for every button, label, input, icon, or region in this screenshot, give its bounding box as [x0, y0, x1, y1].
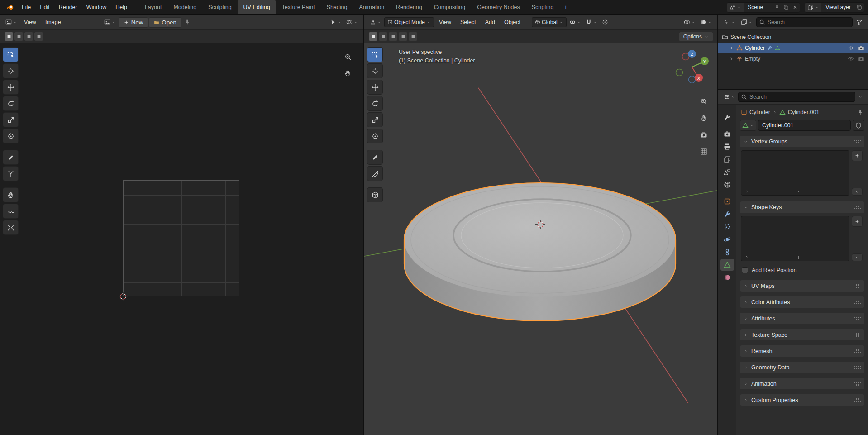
list-filter-expand-icon[interactable]	[744, 189, 749, 194]
vertex-groups-panel-header[interactable]: Vertex Groups	[740, 136, 864, 147]
tool-annotate[interactable]	[367, 150, 382, 164]
properties-tab-constraints[interactable]	[720, 246, 734, 258]
camera-view-icon[interactable]	[700, 131, 707, 139]
shape-key-specials-menu[interactable]	[852, 253, 863, 261]
delete-scene-icon[interactable]	[791, 3, 800, 12]
properties-tab-physics[interactable]	[720, 234, 734, 245]
outliner-display-mode-button[interactable]	[739, 18, 754, 27]
uv-2d-cursor[interactable]	[119, 292, 128, 301]
properties-tab-particles[interactable]	[720, 221, 734, 233]
expand-icon[interactable]	[729, 45, 734, 51]
panel-grip[interactable]	[853, 382, 861, 386]
viewport-overlays-dropdown[interactable]	[682, 18, 697, 27]
options-dropdown[interactable]: Options	[679, 32, 713, 41]
panel-grip[interactable]	[853, 349, 861, 353]
pan-icon[interactable]	[700, 115, 707, 122]
panel-grip[interactable]	[853, 139, 861, 143]
tool-transform[interactable]	[3, 129, 18, 143]
properties-tab-data[interactable]	[720, 259, 734, 271]
properties-tab-world[interactable]	[720, 179, 734, 191]
panel-grip[interactable]	[853, 398, 861, 402]
disable-render-icon[interactable]	[858, 45, 864, 51]
breadcrumb-data[interactable]: Cylinder.001	[788, 109, 820, 115]
menu-window[interactable]: Window	[82, 0, 111, 14]
tool-scale[interactable]	[367, 113, 382, 127]
panel-grip[interactable]	[853, 300, 861, 304]
tab-modeling[interactable]: Modeling	[167, 0, 202, 14]
tool-grab[interactable]	[3, 188, 18, 202]
tab-rendering[interactable]: Rendering	[390, 0, 428, 14]
fake-user-shield-button[interactable]	[853, 120, 864, 131]
tab-scripting[interactable]: Scripting	[526, 0, 560, 14]
list-filter-expand-icon[interactable]	[744, 255, 749, 259]
vertex-group-specials-menu[interactable]	[852, 188, 863, 196]
outliner-row-empty[interactable]: Empty	[718, 53, 868, 64]
tab-uv-editing[interactable]: UV Editing	[238, 0, 276, 14]
vp-menu-object[interactable]: Object	[500, 15, 525, 29]
vp-select-mode-invert[interactable]	[399, 32, 407, 41]
uv-select-mode-subtract[interactable]	[24, 32, 33, 41]
transform-orientation-dropdown[interactable]: Global	[532, 17, 567, 27]
properties-tab-tool[interactable]	[720, 111, 734, 123]
uv-menu-image[interactable]: Image	[41, 15, 65, 29]
tool-relax[interactable]	[3, 204, 18, 218]
uv-overlays-dropdown[interactable]	[344, 18, 360, 27]
tool-transform[interactable]	[367, 129, 382, 143]
properties-editor-type-button[interactable]	[722, 92, 737, 101]
new-view-layer-icon[interactable]	[855, 3, 864, 12]
vp-menu-add[interactable]: Add	[481, 15, 499, 29]
menu-file[interactable]: File	[17, 0, 35, 14]
add-vertex-group-button[interactable]	[852, 150, 863, 161]
uv-select-mode-intersect[interactable]	[34, 32, 43, 41]
uv-pan-icon[interactable]	[344, 70, 352, 77]
tool-measure[interactable]	[367, 167, 382, 181]
vp-select-mode-subtract[interactable]	[389, 32, 397, 41]
tool-add-cube[interactable]	[367, 188, 382, 202]
cylinder-object[interactable]	[404, 183, 676, 321]
menu-edit[interactable]: Edit	[35, 0, 54, 14]
pin-id-icon[interactable]	[857, 109, 863, 115]
outliner-editor-type-button[interactable]	[722, 18, 737, 27]
panel-grip[interactable]	[853, 333, 861, 337]
list-resize-grip[interactable]	[795, 256, 803, 259]
zoom-icon[interactable]	[700, 98, 707, 105]
menu-help[interactable]: Help	[111, 0, 132, 14]
tab-animation[interactable]: Animation	[353, 0, 391, 14]
proportional-editing-icon[interactable]	[600, 18, 610, 27]
tool-cursor[interactable]	[3, 64, 18, 78]
tool-pinch[interactable]	[3, 220, 18, 234]
tab-shading[interactable]: Shading	[321, 0, 353, 14]
pin-scene-icon[interactable]	[773, 3, 782, 12]
list-resize-grip[interactable]	[795, 190, 803, 193]
shape-keys-panel-header[interactable]: Shape Keys	[740, 201, 864, 213]
uv-zoom-icon[interactable]	[344, 53, 352, 61]
add-workspace-button[interactable]: +	[559, 0, 572, 14]
image-browse-button[interactable]	[102, 18, 118, 27]
outliner-search-input[interactable]	[756, 17, 853, 27]
vp-menu-view[interactable]: View	[435, 15, 455, 29]
uv-snap-dropdown[interactable]	[328, 18, 343, 27]
pin-image-icon[interactable]	[182, 18, 192, 27]
animation-panel-header[interactable]: Animation	[740, 378, 864, 389]
geometry-data-panel-header[interactable]: Geometry Data	[740, 362, 864, 373]
menu-render[interactable]: Render	[54, 0, 82, 14]
properties-tab-output[interactable]	[720, 141, 734, 153]
tool-annotate[interactable]	[3, 150, 18, 164]
tool-rotate[interactable]	[3, 96, 18, 110]
blender-menu-button[interactable]	[4, 0, 17, 14]
properties-tab-object[interactable]	[720, 196, 734, 207]
tab-geometry-nodes[interactable]: Geometry Nodes	[471, 0, 525, 14]
tool-cursor[interactable]	[367, 64, 382, 78]
color-attributes-panel-header[interactable]: Color Attributes	[740, 296, 864, 308]
disable-render-icon[interactable]	[858, 56, 864, 62]
properties-tab-modifiers[interactable]	[720, 208, 734, 220]
vp-menu-select[interactable]: Select	[456, 15, 480, 29]
navigation-gizmo[interactable]: Z Y X	[671, 46, 713, 88]
shape-keys-list[interactable]	[741, 216, 849, 261]
outliner-row-cylinder[interactable]: Cylinder	[718, 43, 868, 53]
tab-compositing[interactable]: Compositing	[428, 0, 471, 14]
properties-tab-render[interactable]	[720, 128, 734, 140]
panel-grip[interactable]	[853, 316, 861, 320]
attributes-panel-header[interactable]: Attributes	[740, 313, 864, 324]
remesh-panel-header[interactable]: Remesh	[740, 345, 864, 357]
